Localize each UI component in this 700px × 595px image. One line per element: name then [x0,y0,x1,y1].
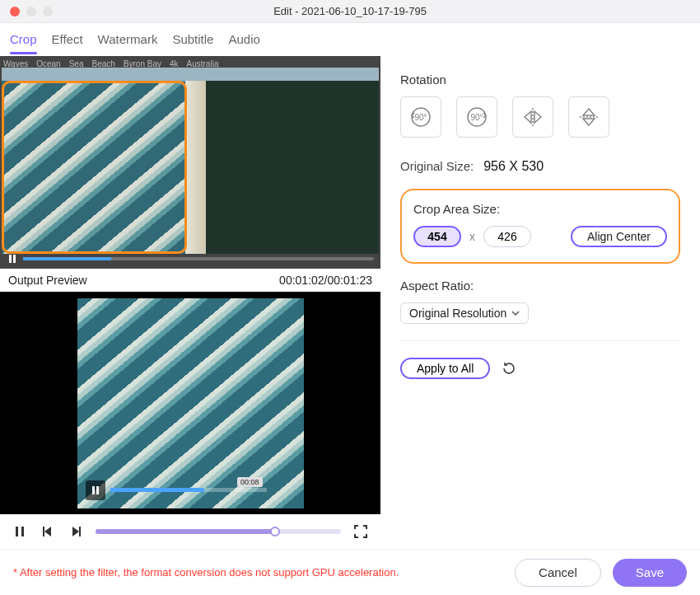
step-forward-button[interactable] [68,523,84,540]
flip-horizontal-icon [520,105,545,129]
pause-button[interactable] [12,523,28,540]
original-size-row: Original Size: 956 X 530 [400,159,680,174]
slider-thumb[interactable] [270,527,280,536]
original-size-label: Original Size: [400,159,474,173]
playback-slider[interactable] [96,529,341,534]
flip-vertical-icon [576,105,601,129]
fullscreen-button[interactable] [352,523,369,540]
tab-audio[interactable]: Audio [228,29,259,51]
svg-marker-13 [583,119,595,125]
svg-marker-4 [72,527,79,536]
divider [400,340,680,341]
video-meta: Waves Ocean Sea Beach Byron Bay 4k Austr… [3,59,377,68]
warning-text: * After setting the filter, the format c… [13,566,503,579]
rotate-cw-button[interactable]: 90° [456,96,497,138]
rotate-cw-text: 90° [470,113,483,122]
tag: Australia [187,59,219,68]
svg-rect-1 [21,527,24,536]
titlebar: Edit - 2021-06-10_10-17-19-795 [0,0,700,23]
footer: * After setting the filter, the format c… [0,549,700,595]
tag: Byron Bay [124,59,161,68]
crop-height-input[interactable] [483,226,531,247]
time-display: 00:01:02/00:01:23 [279,274,372,287]
apply-to-all-button[interactable]: Apply to All [400,358,490,379]
tab-watermark[interactable]: Watermark [98,29,158,51]
svg-marker-9 [525,111,531,123]
align-center-button[interactable]: Align Center [571,226,667,247]
svg-rect-0 [16,527,18,536]
rotate-ccw-button[interactable]: 90° [400,96,441,138]
output-preview: 00:08 [0,292,380,514]
source-progress[interactable] [23,257,374,260]
save-button[interactable]: Save [613,559,687,587]
pause-icon [14,526,26,537]
rotate-ccw-text: 90° [414,113,427,122]
rotation-label: Rotation [400,73,680,87]
crop-area-label: Crop Area Size: [413,202,667,216]
pause-icon[interactable] [86,480,105,500]
window-title: Edit - 2021-06-10_10-17-19-795 [0,5,700,17]
playback-controls [0,514,380,549]
fullscreen-icon [353,524,368,539]
tag: Beach [91,59,114,68]
tag: Waves [3,59,28,68]
tag: Ocean [36,59,60,68]
settings-pane: Rotation 90° 90° Original Size: 956 X 53… [380,56,700,549]
step-back-icon [42,526,54,537]
chevron-down-icon [511,309,520,317]
output-label: Output Preview [8,274,87,287]
tab-subtitle[interactable]: Subtitle [172,29,213,51]
flip-horizontal-button[interactable] [512,96,553,138]
reset-button[interactable] [502,361,516,376]
aspect-ratio-dropdown[interactable]: Original Resolution [400,302,529,324]
mini-progress[interactable] [110,488,267,492]
original-size-value: 956 X 530 [483,159,544,174]
crop-area-box: Crop Area Size: x Align Center [400,189,680,264]
crop-rectangle[interactable] [2,81,187,254]
svg-rect-3 [43,527,44,536]
cancel-button[interactable]: Cancel [515,559,601,587]
tag: 4k [170,59,179,68]
source-preview[interactable]: Waves Ocean Sea Beach Byron Bay 4k Austr… [0,56,380,269]
tabbar: Crop Effect Watermark Subtitle Audio [0,23,700,56]
preview-pane: Waves Ocean Sea Beach Byron Bay 4k Austr… [0,56,380,549]
output-preview-bar: Output Preview 00:01:02/00:01:23 [0,269,380,292]
step-forward-icon [70,526,82,537]
svg-marker-10 [534,111,541,123]
svg-marker-12 [583,109,595,115]
tag: Sea [69,59,84,68]
svg-marker-2 [44,527,51,536]
reset-icon [502,361,516,376]
aspect-ratio-label: Aspect Ratio: [400,279,680,293]
step-back-button[interactable] [40,523,56,540]
aspect-ratio-value: Original Resolution [409,307,506,320]
tab-crop[interactable]: Crop [10,29,37,51]
tab-effect[interactable]: Effect [52,29,83,51]
crop-width-input[interactable] [413,226,461,247]
pause-icon[interactable] [7,253,18,265]
rotation-row: 90° 90° [400,96,680,138]
flip-vertical-button[interactable] [568,96,609,138]
size-separator: x [469,230,475,243]
svg-rect-5 [79,527,81,536]
cropped-preview: 00:08 [77,298,304,508]
